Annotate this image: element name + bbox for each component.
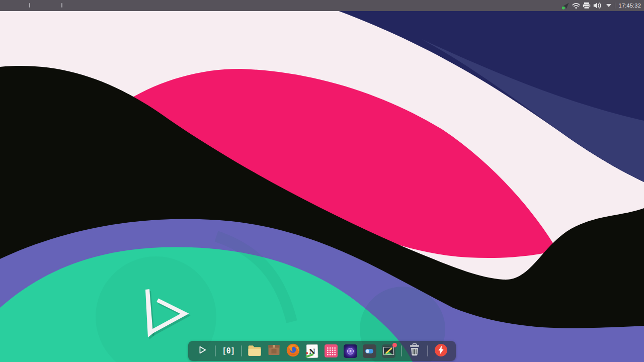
dock-item-file-manager[interactable] <box>245 341 264 361</box>
folder-icon <box>248 344 262 358</box>
dock-separator <box>398 341 405 361</box>
play-circle-icon <box>344 344 357 358</box>
toggle-icon <box>363 344 376 358</box>
play-outline-icon <box>197 345 207 357</box>
workspace-marker[interactable] <box>29 3 30 8</box>
play-ring <box>347 348 354 354</box>
clock[interactable]: 17:45:32 <box>619 0 641 11</box>
dock: [0] <box>188 341 456 361</box>
dock-item-notes[interactable]: N <box>302 341 321 361</box>
terminal-label: [0] <box>222 346 235 355</box>
red-dot <box>306 352 308 354</box>
dock-separator <box>212 341 219 361</box>
dock-item-screenshot-tool[interactable] <box>379 341 398 361</box>
printer-icon[interactable] <box>583 2 591 9</box>
firefox-icon <box>286 343 300 359</box>
notification-badge <box>392 343 397 347</box>
volume-icon[interactable] <box>593 2 602 9</box>
dock-item-firefox[interactable] <box>283 341 302 361</box>
box-icon <box>267 343 281 358</box>
photo-frame <box>383 347 394 355</box>
trash-icon <box>409 343 420 358</box>
dot-pattern <box>327 347 336 355</box>
expand-arrow-icon[interactable] <box>606 4 611 7</box>
dock-item-package-manager[interactable] <box>264 341 283 361</box>
dock-separator <box>424 341 431 361</box>
notes-icon: N <box>306 344 318 358</box>
play-triangle <box>350 350 352 352</box>
dock-item-launcher[interactable] <box>193 341 212 361</box>
toggle-knob <box>366 349 369 353</box>
dock-item-toggles-app[interactable] <box>360 341 379 361</box>
top-panel: 17:45:32 <box>0 0 644 11</box>
wifi-icon[interactable] <box>572 3 580 9</box>
dock-item-trash[interactable] <box>405 341 424 361</box>
image-editor-icon <box>382 344 395 358</box>
workspace-marker[interactable] <box>61 3 62 8</box>
power-bolt-icon <box>434 343 448 359</box>
system-tray: 17:45:32 <box>561 0 641 11</box>
desktop[interactable]: { "panel": { "clock": "17:45:32", "works… <box>0 0 644 362</box>
dock-item-power[interactable] <box>431 341 450 361</box>
dock-item-media-player[interactable] <box>341 341 360 361</box>
app-status-icon[interactable] <box>561 2 570 10</box>
dock-item-dotted-app[interactable] <box>321 341 341 361</box>
dock-item-terminal[interactable]: [0] <box>219 341 238 361</box>
tray-separator <box>615 3 615 9</box>
wallpaper <box>0 0 644 362</box>
dotted-grid-icon <box>325 344 338 357</box>
toggle-pill <box>365 349 373 353</box>
dock-separator <box>238 341 245 361</box>
